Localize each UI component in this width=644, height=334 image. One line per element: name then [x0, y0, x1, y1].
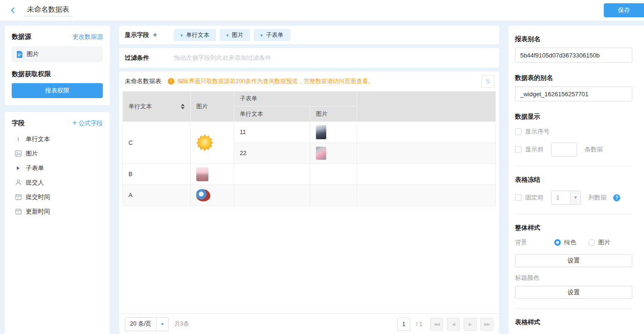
pagination-bar: 20 条/页 ▾ 共3条 1 / 1 ◀◀ ◀ ▶ ▶▶ [119, 313, 499, 334]
cell-empty [310, 164, 357, 185]
table-row: C 11 [123, 122, 496, 143]
building-photo-image[interactable] [316, 125, 326, 139]
cell-text: A [123, 185, 191, 206]
up-down-arrows-icon: ⇅ [486, 78, 491, 85]
field-item-label: 子表单 [26, 164, 44, 172]
title-color-set-button[interactable]: 设置 [515, 286, 632, 299]
field-item-submit-time[interactable]: 7 提交时间 [12, 190, 103, 204]
field-item-subform[interactable]: 子表单 [12, 161, 103, 175]
cell-empty [357, 164, 496, 185]
chip-subform-field[interactable]: ▾ 子表单 [254, 29, 290, 41]
total-count: 共3条 [174, 320, 189, 328]
bear-sticker-image[interactable] [196, 167, 208, 181]
datasource-item-label: 图片 [27, 50, 39, 58]
report-permission-button[interactable]: 报表权限 [12, 83, 103, 98]
freeze-checkbox[interactable] [515, 194, 522, 201]
field-item-update-time[interactable]: 7 更新时间 [12, 204, 103, 219]
field-list: I 单行文本 图片 子表单 提交人 [12, 132, 103, 219]
table-alias-label: 数据表的别名 [515, 74, 632, 82]
datasource-title: 数据源 [12, 33, 31, 41]
first-page-button[interactable]: ◀◀ [430, 318, 443, 331]
help-icon[interactable]: ? [613, 194, 620, 201]
left-panel: 数据源 更改数据源 图片 数据获取权限 报表权限 字段 + 公式字段 [5, 26, 110, 334]
show-index-checkbox[interactable] [515, 128, 522, 135]
fields-title: 字段 [12, 119, 25, 128]
calendar-icon: 7 [15, 208, 21, 214]
header-cell-image: 图片 [191, 92, 234, 122]
field-item-submitter[interactable]: 提交人 [12, 175, 103, 190]
freeze-label: 固定前 [525, 193, 544, 202]
chip-label: 单行文本 [186, 31, 209, 39]
fish-sticker-image[interactable] [196, 189, 210, 201]
cell-empty [234, 185, 310, 206]
chevron-down-icon: ▾ [226, 33, 229, 38]
radio-icon [588, 239, 595, 246]
table-title: 未命名数据表 [125, 77, 161, 85]
datasource-card: 数据源 更改数据源 图片 数据获取权限 报表权限 [5, 26, 110, 105]
main-content: 数据源 更改数据源 图片 数据获取权限 报表权限 字段 + 公式字段 [0, 21, 644, 334]
last-page-button[interactable]: ▶▶ [480, 318, 494, 331]
field-item-label: 提交时间 [26, 193, 50, 201]
bg-image-radio[interactable]: 图片 [588, 238, 610, 247]
cell-empty [357, 122, 496, 143]
column-sort-button[interactable]: ⇅ [481, 75, 494, 88]
add-display-field-button[interactable]: + [153, 31, 157, 39]
sun-sticker-image[interactable] [196, 135, 213, 151]
report-alias-input[interactable] [515, 48, 632, 63]
table-style-title: 表格样式 [515, 318, 632, 327]
prev-page-button[interactable]: ◀ [447, 318, 460, 331]
chevron-down-icon: ▼ [570, 191, 580, 204]
header-label: 单行文本 [129, 103, 152, 111]
filter-dropzone[interactable]: 拖动左侧字段到此处来添加过滤条件 [174, 54, 271, 62]
back-button[interactable] [7, 5, 19, 16]
page-total-label: / 1 [416, 321, 422, 327]
document-icon [16, 51, 23, 58]
table-alias-input[interactable] [515, 86, 632, 101]
show-first-checkbox[interactable] [515, 146, 522, 153]
freeze-count-select[interactable]: 1 ▼ [551, 191, 581, 205]
table-row: B [123, 164, 496, 185]
freeze-unit-label: 列数据 [588, 193, 607, 202]
freeze-title: 表格冻结 [515, 176, 632, 184]
bg-solid-radio[interactable]: 纯色 [554, 238, 576, 247]
table-card: 未命名数据表 ! 编辑界面只取数据源前200条作为查询数据预览，完整数据请访问页… [119, 71, 499, 334]
chip-image-field[interactable]: ▾ 图片 [220, 29, 250, 41]
row-limit-input[interactable] [551, 142, 577, 156]
filter-label: 过滤条件 [125, 54, 149, 62]
chevron-down-icon: ▾ [156, 318, 168, 331]
cell-empty [357, 143, 496, 164]
add-formula-field-link[interactable]: + 公式字段 [72, 119, 103, 128]
field-item-image[interactable]: 图片 [12, 146, 103, 161]
next-page-button[interactable]: ▶ [464, 318, 477, 331]
display-field-chips: ▾ 单行文本 ▾ 图片 ▾ 子表单 [174, 29, 290, 41]
freeze-count-value: 1 [551, 191, 570, 204]
bg-image-label: 图片 [598, 238, 610, 247]
row-limit-unit-label: 条数据 [585, 145, 603, 154]
cell-empty [357, 185, 496, 206]
save-button[interactable]: 保存 [604, 3, 644, 17]
cell-empty [234, 164, 310, 185]
person-icon [15, 179, 21, 185]
page-title[interactable]: 未命名数据表 [24, 4, 72, 16]
center-panel: 显示字段 + ▾ 单行文本 ▾ 图片 ▾ 子表单 过滤条件 拖动左侧 [119, 26, 499, 334]
permission-title: 数据获取权限 [12, 70, 103, 78]
overall-style-title: 整体样式 [515, 224, 632, 232]
page-size-select[interactable]: 20 条/页 ▾ [125, 317, 169, 331]
chip-text-field[interactable]: ▾ 单行文本 [174, 29, 216, 41]
change-datasource-link[interactable]: 更改数据源 [72, 33, 103, 41]
sort-caret-icon[interactable] [181, 104, 185, 109]
report-alias-label: 报表别名 [515, 35, 632, 43]
cell-text: C [123, 122, 191, 164]
page-number-input[interactable]: 1 [397, 318, 410, 331]
chevron-left-icon [9, 7, 17, 14]
chevron-down-icon: ▾ [180, 33, 183, 38]
display-fields-bar: 显示字段 + ▾ 单行文本 ▾ 图片 ▾ 子表单 [119, 26, 499, 44]
field-item-text[interactable]: I 单行文本 [12, 132, 103, 146]
background-set-button[interactable]: 设置 [515, 254, 632, 267]
show-first-label: 显示前 [525, 145, 544, 154]
text-icon: I [15, 135, 21, 143]
datasource-item[interactable]: 图片 [12, 46, 103, 62]
flower-photo-image[interactable] [316, 147, 326, 160]
formula-field-label: 公式字段 [79, 120, 103, 127]
chip-label: 子表单 [266, 31, 284, 39]
